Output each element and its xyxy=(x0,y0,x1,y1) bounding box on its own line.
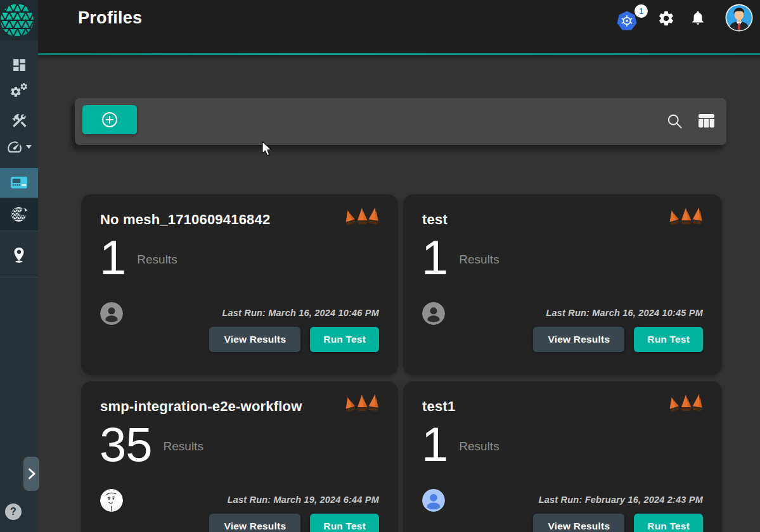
view-results-button[interactable]: View Results xyxy=(209,327,300,352)
person-circle-gray-icon xyxy=(100,302,123,325)
dashboard-icon xyxy=(11,57,27,73)
app-logo[interactable] xyxy=(0,0,38,41)
card-footer: Last Run: March 16, 2024 10:45 PM View R… xyxy=(422,302,703,352)
results-label: Results xyxy=(459,253,499,267)
plus-circle-icon xyxy=(101,111,118,128)
results-summary: 1 Results xyxy=(100,234,177,282)
card-footer: Last Run: February 16, 2024 2:43 PM View… xyxy=(422,489,703,532)
results-count: 1 xyxy=(422,421,448,469)
doodle-face-avatar-icon xyxy=(100,489,123,512)
table-view-toggle-button[interactable] xyxy=(698,113,715,132)
search-icon xyxy=(666,113,683,130)
profile-title: smp-integration-e2e-workflow xyxy=(100,398,302,415)
view-results-button[interactable]: View Results xyxy=(533,514,624,532)
results-count: 35 xyxy=(100,421,152,469)
run-test-button[interactable]: Run Test xyxy=(310,514,379,532)
page-title: Profiles xyxy=(78,8,142,28)
kubernetes-context-button[interactable]: 1 xyxy=(616,4,648,34)
sailboats-icon xyxy=(667,207,705,234)
sidebar-item-configuration[interactable] xyxy=(0,106,38,134)
sidebar-item-extensions[interactable] xyxy=(0,198,38,231)
header-accent-line xyxy=(38,53,760,55)
gear-icon xyxy=(657,10,675,27)
run-test-button[interactable]: Run Test xyxy=(310,327,379,352)
results-summary: 1 Results xyxy=(422,421,499,469)
chevron-down-icon xyxy=(26,145,32,149)
sailboats-icon xyxy=(344,207,382,234)
location-pin-icon xyxy=(11,246,27,263)
last-run-timestamp: Last Run: March 19, 2024 6:44 PM xyxy=(228,495,379,505)
header-bar: Profiles 1 xyxy=(38,0,760,53)
results-summary: 35 Results xyxy=(100,421,203,469)
help-button[interactable]: ? xyxy=(5,504,22,520)
sidebar-divider xyxy=(0,277,38,277)
lifecycle-gears-icon xyxy=(10,82,29,100)
profile-title: No mesh_1710609416842 xyxy=(100,212,270,228)
run-test-button[interactable]: Run Test xyxy=(634,327,703,352)
extensions-mesh-icon xyxy=(11,206,28,223)
profile-card: No mesh_1710609416842 xyxy=(81,194,398,375)
profiles-meter-icon xyxy=(10,176,28,189)
user-avatar[interactable] xyxy=(725,4,753,34)
sailboats-icon xyxy=(344,394,382,421)
expand-sidebar-button[interactable] xyxy=(23,457,39,491)
results-label: Results xyxy=(459,440,499,453)
view-results-button[interactable]: View Results xyxy=(209,514,300,532)
meshery-logo xyxy=(0,0,35,41)
view-results-button[interactable]: View Results xyxy=(533,327,624,352)
sidebar: ? xyxy=(0,0,38,532)
last-run-timestamp: Last Run: March 16, 2024 10:45 PM xyxy=(546,308,703,318)
run-test-button[interactable]: Run Test xyxy=(634,514,703,532)
profiles-toolbar xyxy=(75,98,726,145)
app-window: Profiles 1 xyxy=(0,0,760,532)
card-footer: Last Run: March 16, 2024 10:46 PM View R… xyxy=(100,302,379,352)
last-run-timestamp: Last Run: February 16, 2024 2:43 PM xyxy=(539,495,703,505)
settings-button[interactable] xyxy=(657,10,675,30)
person-circle-blue-icon xyxy=(422,489,445,512)
results-label: Results xyxy=(137,253,177,267)
bell-icon xyxy=(690,10,706,26)
add-profile-button[interactable] xyxy=(82,105,137,134)
profile-title: test xyxy=(422,212,448,228)
chevron-right-icon xyxy=(28,468,35,479)
profile-card: smp-integration-e2e-workflow xyxy=(81,381,398,532)
last-run-timestamp: Last Run: March 16, 2024 10:46 PM xyxy=(222,308,379,318)
kubernetes-context-count-badge: 1 xyxy=(634,4,648,18)
results-summary: 1 Results xyxy=(422,234,499,282)
profile-card: test1 1 xyxy=(403,381,722,532)
sidebar-item-location[interactable] xyxy=(0,239,38,270)
person-circle-gray-icon xyxy=(422,302,445,325)
search-button[interactable] xyxy=(666,113,683,132)
card-footer: Last Run: March 19, 2024 6:44 PM View Re… xyxy=(100,489,379,532)
profile-title: test1 xyxy=(422,398,455,415)
sidebar-item-dashboard[interactable] xyxy=(0,51,38,79)
results-label: Results xyxy=(164,440,203,453)
sidebar-item-performance[interactable] xyxy=(0,133,38,161)
profile-card: test 1 xyxy=(403,194,722,375)
notifications-button[interactable] xyxy=(690,10,706,28)
results-count: 1 xyxy=(422,234,448,282)
table-view-icon xyxy=(698,113,715,129)
results-count: 1 xyxy=(100,234,126,282)
sidebar-item-profiles-active[interactable] xyxy=(0,168,38,198)
sailboats-icon xyxy=(667,394,705,421)
sidebar-item-lifecycle[interactable] xyxy=(0,77,38,105)
performance-speedometer-icon xyxy=(6,139,23,155)
configuration-tools-icon xyxy=(11,112,28,129)
